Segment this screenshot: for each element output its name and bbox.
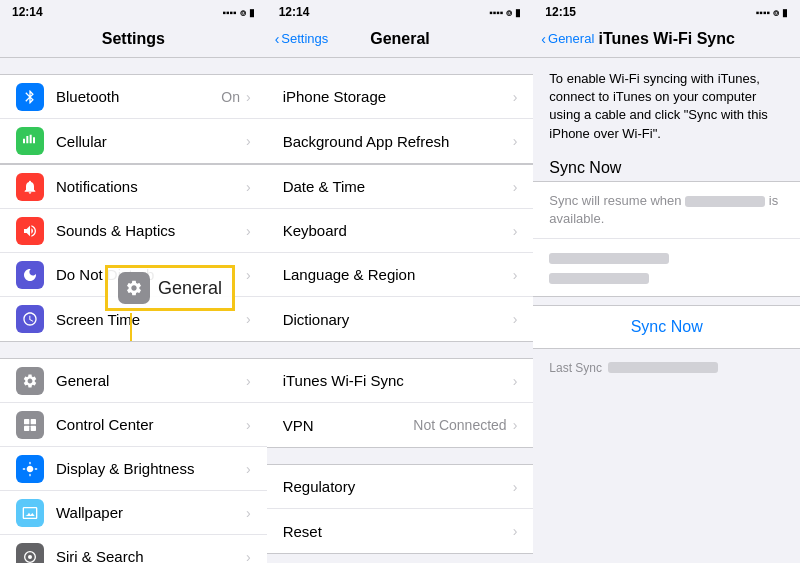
iphone-storage-label: iPhone Storage — [283, 88, 513, 105]
svg-rect-1 — [31, 419, 36, 424]
keyboard-chevron: › — [513, 223, 518, 239]
sounds-label: Sounds & Haptics — [56, 222, 246, 239]
top-group: Bluetooth On › Cellular › — [0, 74, 267, 164]
bluetooth-icon — [16, 83, 44, 111]
screen3: 12:15 ▪▪▪▪ ⌾ ▮ ‹ General iTunes Wi-Fi Sy… — [533, 0, 800, 563]
screentime-item[interactable]: Screen Time › — [0, 297, 267, 341]
back-label-2: Settings — [281, 31, 328, 46]
dictionary-item[interactable]: Dictionary › — [267, 297, 534, 341]
screen2-title: General — [370, 30, 430, 48]
svg-point-5 — [28, 555, 32, 559]
reset-label: Reset — [283, 523, 513, 540]
status-bar-3: 12:15 ▪▪▪▪ ⌾ ▮ — [533, 0, 800, 22]
regulatory-label: Regulatory — [283, 478, 513, 495]
bg-refresh-label: Background App Refresh — [283, 133, 513, 150]
display-icon — [16, 455, 44, 483]
language-item[interactable]: Language & Region › — [267, 253, 534, 297]
siri-icon — [16, 543, 44, 564]
cellular-icon — [16, 127, 44, 155]
time-1: 12:14 — [12, 5, 43, 19]
sync-detail-row — [533, 239, 800, 295]
screen2: 12:14 ▪▪▪▪ ⌾ ▮ ‹ Settings General iPhone… — [267, 0, 534, 563]
display-label: Display & Brightness — [56, 460, 246, 477]
dnd-icon — [16, 261, 44, 289]
keyboard-item[interactable]: Keyboard › — [267, 209, 534, 253]
sync-now-btn-label: Sync Now — [631, 318, 703, 335]
signal-icon-2: ▪▪▪▪ — [489, 7, 503, 18]
last-sync-row: Last Sync — [533, 357, 800, 379]
sounds-icon — [16, 217, 44, 245]
general-item[interactable]: General › — [0, 359, 267, 403]
control-label: Control Center — [56, 416, 246, 433]
regulatory-item[interactable]: Regulatory › — [267, 465, 534, 509]
control-item[interactable]: Control Center › — [0, 403, 267, 447]
reset-item[interactable]: Reset › — [267, 509, 534, 553]
keyboard-label: Keyboard — [283, 222, 513, 239]
general-icon — [16, 367, 44, 395]
status-bar-1: 12:14 ▪▪▪▪ ⌾ ▮ — [0, 0, 267, 22]
cellular-item[interactable]: Cellular › — [0, 119, 267, 163]
cellular-label: Cellular — [56, 133, 246, 150]
notifications-item[interactable]: Notifications › — [0, 165, 267, 209]
sync-status-box: Sync will resume when is available. — [533, 181, 800, 297]
nav-back-3[interactable]: ‹ General — [541, 31, 594, 47]
battery-icon: ▮ — [249, 7, 255, 18]
general-label: General — [56, 372, 246, 389]
datetime-item[interactable]: Date & Time › — [267, 165, 534, 209]
bluetooth-label: Bluetooth — [56, 88, 221, 105]
battery-icon-2: ▮ — [515, 7, 521, 18]
datetime-chevron: › — [513, 179, 518, 195]
sync-now-button[interactable]: Sync Now — [533, 305, 800, 349]
wifi-icon: ⌾ — [240, 7, 246, 18]
info-text: To enable Wi-Fi syncing with iTunes, con… — [533, 58, 800, 151]
dnd-item[interactable]: Do Not Disturb › — [0, 253, 267, 297]
sync-now-header: Sync Now — [533, 151, 800, 181]
display-item[interactable]: Display & Brightness › — [0, 447, 267, 491]
bluetooth-chevron: › — [246, 89, 251, 105]
wallpaper-label: Wallpaper — [56, 504, 246, 521]
sounds-item[interactable]: Sounds & Haptics › — [0, 209, 267, 253]
wallpaper-item[interactable]: Wallpaper › — [0, 491, 267, 535]
regulatory-group: Regulatory › Reset › — [267, 464, 534, 554]
sync-now-section-label: Sync Now — [549, 159, 621, 176]
back-chevron-3: ‹ — [541, 31, 546, 47]
datetime-group: Date & Time › Keyboard › Language & Regi… — [267, 164, 534, 342]
wifi-icon-3: ⌾ — [773, 7, 779, 18]
vpn-item[interactable]: VPN Not Connected › — [267, 403, 534, 447]
itunes-sync-item[interactable]: iTunes Wi-Fi Sync › — [267, 359, 534, 403]
itunes-sync-label: iTunes Wi-Fi Sync — [283, 372, 513, 389]
siri-item[interactable]: Siri & Search › — [0, 535, 267, 563]
wifi-icon-2: ⌾ — [506, 7, 512, 18]
sounds-chevron: › — [246, 223, 251, 239]
bluetooth-item[interactable]: Bluetooth On › — [0, 75, 267, 119]
screen3-title: iTunes Wi-Fi Sync — [598, 30, 734, 48]
screen1: 12:14 ▪▪▪▪ ⌾ ▮ Settings Bluetooth On — [0, 0, 267, 563]
notifications-icon — [16, 173, 44, 201]
signal-icon: ▪▪▪▪ — [222, 7, 236, 18]
datetime-label: Date & Time — [283, 178, 513, 195]
cellular-chevron: › — [246, 133, 251, 149]
svg-rect-0 — [24, 419, 29, 424]
svg-rect-3 — [31, 425, 36, 430]
screentime-label: Screen Time — [56, 311, 246, 328]
nav-back-2[interactable]: ‹ Settings — [275, 31, 329, 47]
iphone-storage-item[interactable]: iPhone Storage › — [267, 75, 534, 119]
status-icons-3: ▪▪▪▪ ⌾ ▮ — [756, 7, 788, 18]
general-settings-list[interactable]: iPhone Storage › Background App Refresh … — [267, 58, 534, 563]
settings-list-1[interactable]: Bluetooth On › Cellular › — [0, 58, 267, 563]
control-icon — [16, 411, 44, 439]
vpn-chevron: › — [513, 417, 518, 433]
general-chevron: › — [246, 373, 251, 389]
bg-refresh-chevron: › — [513, 133, 518, 149]
wallpaper-icon — [16, 499, 44, 527]
screentime-icon — [16, 305, 44, 333]
last-sync-blur — [608, 362, 718, 373]
dnd-chevron: › — [246, 267, 251, 283]
dictionary-label: Dictionary — [283, 311, 513, 328]
screentime-chevron: › — [246, 311, 251, 327]
time-3: 12:15 — [545, 5, 576, 19]
storage-group: iPhone Storage › Background App Refresh … — [267, 74, 534, 164]
signal-icon-3: ▪▪▪▪ — [756, 7, 770, 18]
back-label-3: General — [548, 31, 594, 46]
bg-refresh-item[interactable]: Background App Refresh › — [267, 119, 534, 163]
